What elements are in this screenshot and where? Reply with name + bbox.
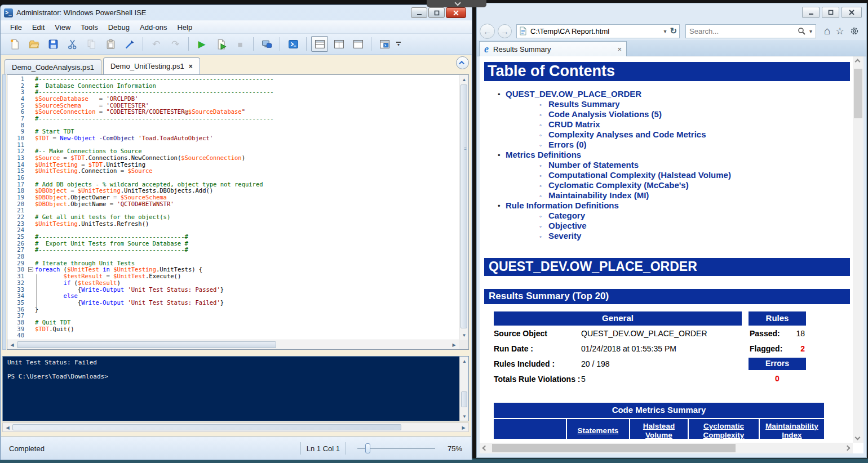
toc-link[interactable]: Cyclomatic Complexity (McCabe's)	[548, 180, 689, 190]
scroll-left-icon[interactable]	[482, 446, 488, 451]
toc-link[interactable]: Severity	[548, 231, 581, 241]
scrollbar-thumb[interactable]	[854, 69, 862, 118]
zoom-slider[interactable]	[357, 443, 435, 453]
scroll-down-icon[interactable]	[855, 435, 861, 440]
script-editor-pane[interactable]: 1#--------------------------------------…	[7, 74, 469, 350]
tab-close-icon[interactable]: ×	[189, 63, 193, 70]
paste-icon[interactable]	[102, 36, 119, 52]
maximize-button[interactable]	[822, 7, 839, 18]
run-script-icon[interactable]: ▶	[193, 36, 210, 52]
script-tab-demo-unittesting-ps1[interactable]: Demo_UnitTesting.ps1×	[103, 57, 200, 74]
code-line[interactable]: 27#-------------------------------------…	[7, 247, 459, 253]
scrollbar-thumb[interactable]	[461, 391, 467, 407]
menu-file[interactable]: File	[5, 22, 27, 33]
code-line[interactable]: 15$UnitTesting.Connection = $Source	[7, 168, 459, 175]
tab-close-icon[interactable]: ×	[617, 45, 622, 54]
tab-label[interactable]: Results Summary	[493, 45, 617, 54]
toc-link[interactable]: CRUD Matrix	[548, 119, 600, 129]
scroll-left-icon[interactable]: ◀	[7, 340, 17, 349]
scrollbar-thumb[interactable]	[460, 84, 467, 328]
save-icon[interactable]	[45, 36, 61, 52]
favorites-icon[interactable]: ☆	[835, 25, 844, 37]
open-icon[interactable]	[25, 36, 42, 52]
scrollbar-thumb[interactable]	[17, 341, 276, 348]
scroll-left-icon[interactable]: ◀	[3, 423, 12, 432]
menu-help[interactable]: Help	[172, 22, 197, 33]
menu-edit[interactable]: Edit	[27, 22, 50, 33]
address-dropdown-icon[interactable]: ▾	[663, 28, 666, 34]
toolbar-overflow-icon[interactable]: ▾	[396, 42, 401, 46]
clear-console-icon[interactable]	[121, 36, 138, 52]
toc-link[interactable]: Code Analysis Violations (5)	[548, 109, 662, 119]
search-box[interactable]: Search... ▾	[685, 24, 816, 38]
scroll-down-icon[interactable]: ▼	[459, 331, 469, 340]
scroll-right-icon[interactable]: ▶	[459, 423, 468, 432]
fold-toggle-icon[interactable]: −	[28, 266, 35, 273]
close-button[interactable]	[842, 7, 862, 18]
scroll-up-icon[interactable]: ▲	[460, 357, 469, 366]
editor-vertical-scrollbar[interactable]: ▲ ▼ ≡	[459, 75, 468, 340]
code-line[interactable]: 39$TDT.Quit()	[7, 326, 459, 333]
code-line[interactable]: 36}	[7, 306, 459, 313]
scroll-up-icon[interactable]	[855, 59, 861, 65]
toc-link[interactable]: Objective	[548, 221, 587, 230]
code-line[interactable]: 8	[7, 122, 459, 129]
address-bar[interactable]: C:\Temp\CA Report.html ▾ ↻	[516, 24, 680, 38]
collapse-script-pane-button[interactable]	[456, 56, 469, 69]
search-placeholder[interactable]: Search...	[689, 27, 798, 35]
toc-link[interactable]: Category	[548, 211, 585, 220]
screen-overlay-handle[interactable]	[427, 0, 486, 7]
code-line[interactable]: 20$DBObject.ObjectName = 'QCTOD#BETWNSTR…	[7, 201, 459, 208]
toc-link[interactable]: Errors (0)	[548, 140, 587, 149]
search-dropdown-icon[interactable]: ▾	[809, 28, 812, 34]
menu-debug[interactable]: Debug	[103, 22, 135, 33]
back-button[interactable]: ←	[480, 24, 495, 39]
cut-icon[interactable]	[64, 36, 81, 52]
toc-link[interactable]: Metrics Definitions	[506, 150, 581, 159]
console-output[interactable]: Unit Test Status: Failed PS C:\Users\Toa…	[7, 359, 457, 420]
toc-link[interactable]: Rule Information Definitions	[506, 201, 619, 210]
close-button[interactable]	[446, 7, 466, 18]
toc-link[interactable]: QUEST_DEV.OW_PLACE_ORDER	[506, 89, 641, 99]
settings-gear-icon[interactable]	[849, 26, 860, 36]
toc-link[interactable]: Results Summary	[548, 99, 620, 109]
code-line[interactable]: 40	[7, 332, 459, 339]
new-script-icon[interactable]	[6, 36, 23, 52]
toc-link[interactable]: Computational Complexity (Halstead Volum…	[548, 170, 731, 180]
tab-label[interactable]: Demo_CodeAnalysis.ps1	[12, 63, 94, 72]
menu-addons[interactable]: Add-ons	[135, 22, 172, 33]
page-horizontal-scrollbar[interactable]	[480, 443, 853, 453]
toc-link[interactable]: Complexity Analyses and Code Metrics	[548, 130, 706, 139]
address-url[interactable]: C:\Temp\CA Report.html	[530, 27, 660, 35]
toc-link[interactable]: Number of Statements	[548, 160, 639, 170]
code-area[interactable]: 1#--------------------------------------…	[7, 75, 459, 340]
code-line[interactable]: 10$TDT = New-Object -ComObject 'Toad.Toa…	[7, 135, 459, 142]
code-line[interactable]: 37	[7, 313, 459, 319]
editor-horizontal-scrollbar[interactable]: ◀ ▶	[7, 340, 459, 349]
scrollbar-thumb[interactable]	[492, 444, 736, 452]
scroll-right-icon[interactable]: ▶	[449, 340, 459, 349]
scroll-up-icon[interactable]: ▲	[459, 75, 469, 84]
search-icon[interactable]	[798, 27, 806, 35]
scroll-right-icon[interactable]	[845, 446, 851, 451]
refresh-icon[interactable]: ↻	[670, 26, 677, 36]
scrollbar-thumb[interactable]	[12, 424, 401, 430]
console-horizontal-scrollbar[interactable]: ◀ ▶	[2, 422, 469, 432]
script-pane-maximized-icon[interactable]	[349, 36, 366, 52]
code-line[interactable]: 38# Quit TDT	[7, 319, 459, 326]
title-bar[interactable]: >_ Administrator: Windows PowerShell ISE	[1, 5, 472, 20]
home-icon[interactable]: ⌂	[824, 25, 830, 37]
script-pane-top-icon[interactable]	[311, 36, 328, 52]
console-pane[interactable]: Unit Test Status: Failed PS C:\Users\Toa…	[2, 356, 469, 421]
script-pane-right-icon[interactable]	[330, 36, 347, 52]
minimize-button[interactable]	[411, 7, 427, 18]
code-line[interactable]: 35 {Write-Output 'Unit Test Status: Fail…	[7, 300, 459, 306]
script-tab-demo-codeanalysis-ps1[interactable]: Demo_CodeAnalysis.ps1	[5, 59, 101, 74]
scroll-down-icon[interactable]: ▼	[460, 412, 469, 421]
start-powershell-icon[interactable]	[285, 36, 302, 52]
code-line[interactable]: 7#--------------------------------------…	[7, 115, 459, 122]
minimize-button[interactable]	[802, 7, 820, 18]
maximize-button[interactable]	[428, 7, 445, 18]
page-vertical-scrollbar[interactable]	[853, 56, 863, 443]
menu-view[interactable]: View	[50, 22, 76, 33]
